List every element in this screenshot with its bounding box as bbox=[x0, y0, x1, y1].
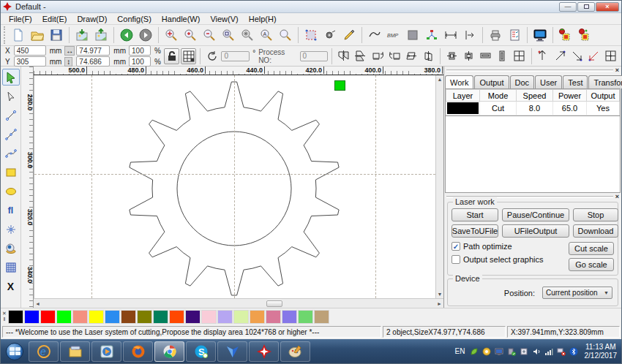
zoom-view-icon[interactable] bbox=[277, 26, 294, 44]
close-button[interactable]: × bbox=[596, 2, 619, 12]
layer-power[interactable]: 65.0 bbox=[553, 102, 587, 115]
download-button[interactable]: Download bbox=[573, 224, 618, 238]
taskbar-rdworks[interactable] bbox=[249, 341, 279, 362]
preview-monitor-icon[interactable] bbox=[531, 26, 549, 44]
color-swatch[interactable] bbox=[298, 310, 313, 324]
layer-mode[interactable]: Cut bbox=[480, 102, 517, 115]
taskbar-clock[interactable]: 11:13 AM 2/12/2017 bbox=[585, 343, 618, 360]
scroll-up-icon[interactable]: ▲ bbox=[436, 75, 444, 83]
laser-panel-close-icon[interactable]: × bbox=[615, 194, 619, 200]
output-select-graphics-checkbox[interactable]: Output select graphics bbox=[451, 255, 569, 264]
color-swatch[interactable] bbox=[121, 310, 136, 324]
rotate-right-icon[interactable] bbox=[387, 48, 402, 64]
panel-close-icon[interactable]: × bbox=[615, 67, 619, 73]
zoom-page-icon[interactable] bbox=[220, 26, 237, 44]
position-dropdown[interactable]: Current position ▼ bbox=[542, 287, 612, 299]
vertical-scrollbar[interactable]: ▲ ▼ bbox=[435, 75, 443, 298]
tab-output[interactable]: Output bbox=[474, 75, 509, 88]
curve-smooth-icon[interactable] bbox=[366, 26, 383, 44]
tab-user[interactable]: User bbox=[535, 75, 562, 88]
checkbox-checked-icon[interactable]: ✓ bbox=[451, 242, 460, 251]
open-file-icon[interactable] bbox=[29, 26, 46, 44]
canvas[interactable] bbox=[34, 75, 435, 298]
scroll-down-icon[interactable]: ▼ bbox=[436, 290, 444, 298]
color-swatch[interactable] bbox=[24, 310, 40, 324]
redo-icon[interactable] bbox=[137, 26, 154, 44]
color-swatch[interactable] bbox=[266, 310, 281, 324]
height-field[interactable]: 74.686 bbox=[76, 56, 110, 67]
same-size-icon[interactable] bbox=[512, 48, 527, 64]
restore-button[interactable] bbox=[577, 2, 595, 12]
path-optimize-checkbox[interactable]: ✓ Path optimize bbox=[451, 242, 569, 251]
pause-continue-button[interactable]: Pause/Continue bbox=[502, 208, 569, 221]
delete-tool-icon[interactable]: X bbox=[2, 278, 20, 295]
same-width-icon[interactable] bbox=[478, 48, 493, 64]
palette-lock-icon[interactable]: ‖ bbox=[4, 316, 6, 322]
anchor-top-left-icon[interactable] bbox=[535, 48, 550, 64]
menu-edit[interactable]: Edit(E) bbox=[37, 14, 72, 24]
layer-row[interactable]: Cut 8.0 65.0 Yes bbox=[446, 102, 620, 115]
color-swatch[interactable] bbox=[105, 310, 120, 324]
mirror-horizontal-icon[interactable] bbox=[336, 48, 351, 64]
same-height-icon[interactable] bbox=[495, 48, 510, 64]
tray-usb-icon[interactable] bbox=[507, 346, 517, 356]
scale-x-field[interactable]: 100 bbox=[129, 45, 151, 56]
pen-tool-icon[interactable] bbox=[340, 26, 358, 44]
no-color-icon[interactable]: ✕ bbox=[2, 311, 7, 316]
laser-position-marker[interactable] bbox=[334, 80, 345, 91]
language-indicator[interactable]: EN bbox=[455, 347, 465, 355]
export-icon[interactable] bbox=[92, 26, 110, 44]
zoom-all-icon[interactable] bbox=[239, 26, 256, 44]
color-swatch[interactable] bbox=[72, 310, 88, 324]
skew-vertical-icon[interactable] bbox=[421, 48, 436, 64]
rectangle-tool-icon[interactable] bbox=[2, 164, 20, 181]
start-button[interactable] bbox=[2, 341, 27, 362]
menu-view[interactable]: View(V) bbox=[205, 14, 243, 24]
move-to-origin-icon[interactable] bbox=[461, 26, 479, 44]
new-file-icon[interactable] bbox=[10, 26, 27, 44]
bezier-tool-icon[interactable] bbox=[2, 145, 20, 162]
rotate-angle-field[interactable]: 0 bbox=[221, 51, 250, 61]
zoom-out-icon[interactable] bbox=[201, 26, 218, 44]
stop-button[interactable]: Stop bbox=[573, 208, 618, 221]
color-swatch[interactable] bbox=[201, 310, 217, 324]
align-horizontal-center-icon[interactable] bbox=[444, 48, 460, 64]
measure-icon[interactable] bbox=[442, 26, 460, 44]
tray-volume-icon[interactable] bbox=[532, 346, 542, 356]
capture-camera-icon[interactable] bbox=[2, 240, 20, 257]
array-copy-icon[interactable] bbox=[181, 48, 196, 64]
anchor-preview2-icon[interactable] bbox=[576, 26, 593, 44]
color-swatch[interactable] bbox=[314, 310, 329, 324]
node-graph-icon[interactable] bbox=[423, 26, 441, 44]
tray-actioncenter-icon[interactable] bbox=[520, 346, 529, 356]
anchor-bottom-left-icon[interactable] bbox=[586, 48, 602, 64]
taskbar-paint[interactable] bbox=[280, 341, 310, 362]
mirror-vertical-icon[interactable] bbox=[353, 48, 368, 64]
anchor-top-right-icon[interactable] bbox=[552, 48, 568, 64]
anchor-center-icon[interactable] bbox=[603, 48, 618, 64]
color-swatch[interactable] bbox=[89, 310, 104, 324]
skew-horizontal-icon[interactable] bbox=[404, 48, 419, 64]
y-position-field[interactable]: 305 bbox=[14, 56, 46, 67]
line-tool-icon[interactable] bbox=[2, 107, 20, 124]
zoom-in-select-icon[interactable] bbox=[162, 26, 180, 44]
tray-leaf-icon[interactable] bbox=[470, 346, 479, 356]
save-to-ufile-button[interactable]: SaveToUFile bbox=[451, 224, 498, 238]
tab-doc[interactable]: Doc bbox=[510, 75, 535, 88]
taskbar-ie[interactable]: e bbox=[29, 341, 59, 362]
select-tool-icon[interactable] bbox=[2, 69, 20, 86]
layer-color-swatch[interactable] bbox=[447, 102, 479, 114]
output-settings-icon[interactable] bbox=[506, 26, 523, 44]
color-swatch[interactable] bbox=[169, 310, 184, 324]
color-swatch[interactable] bbox=[8, 310, 23, 324]
tray-bluetooth-icon[interactable] bbox=[569, 346, 579, 356]
menu-file[interactable]: File(F) bbox=[4, 14, 37, 24]
minimize-button[interactable]: — bbox=[559, 2, 577, 12]
rotate-left-icon[interactable] bbox=[370, 48, 385, 64]
tab-test[interactable]: Test bbox=[563, 75, 588, 88]
array-grid-tool-icon[interactable] bbox=[2, 259, 20, 276]
fill-rect-icon[interactable] bbox=[404, 26, 421, 44]
import-icon[interactable] bbox=[73, 26, 91, 44]
width-field[interactable]: 74.977 bbox=[76, 45, 110, 56]
align-vertical-center-icon[interactable] bbox=[461, 48, 476, 64]
